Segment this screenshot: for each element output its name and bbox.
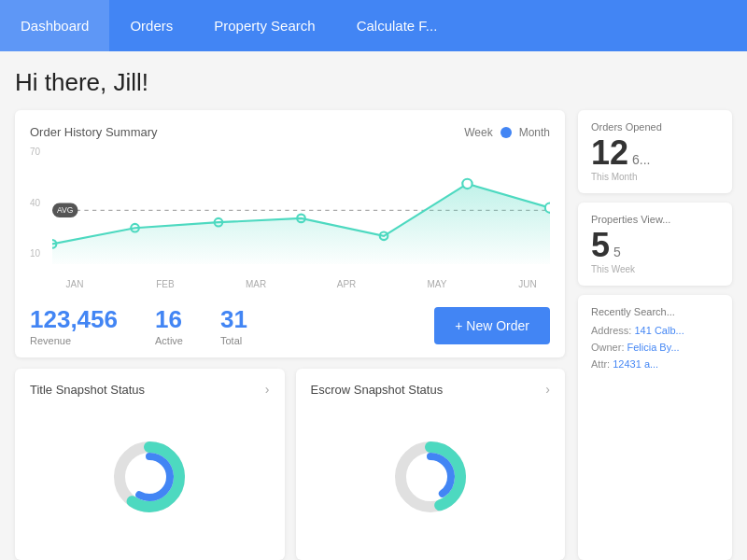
stat-total-label: Total	[220, 335, 242, 346]
y-label-10: 10	[30, 248, 40, 259]
navigation: Dashboard Orders Property Search Calcula…	[0, 0, 747, 51]
recently-searched-title: Recently Search...	[591, 306, 719, 317]
orders-opened-card: Orders Opened 12 6... This Month	[578, 110, 732, 193]
svg-point-16	[410, 456, 451, 497]
line-chart-svg: AVG	[52, 147, 550, 277]
escrow-donut-svg	[388, 435, 472, 519]
escrow-donut-container	[311, 406, 551, 547]
properties-viewed-number: 5	[591, 229, 610, 262]
chart-title: Order History Summary	[30, 125, 158, 139]
title-snapshot-card: Title Snapshot Status ›	[15, 369, 285, 560]
chart-header: Order History Summary Week Month	[30, 125, 550, 139]
new-order-button[interactable]: + New Order	[434, 307, 550, 344]
recent-search-item-3: Attr: 12431 a...	[591, 358, 719, 370]
stat-revenue: 123,456 Revenue	[30, 305, 118, 346]
orders-opened-period: This Month	[591, 172, 719, 182]
properties-viewed-card: Properties View... 5 5 This Week	[578, 203, 732, 286]
greeting-text: Hi there, Jill!	[15, 68, 732, 97]
title-snapshot-chevron[interactable]: ›	[265, 382, 270, 397]
title-snapshot-title: Title Snapshot Status	[30, 383, 145, 397]
y-label-70: 70	[30, 147, 40, 157]
x-apr: APR	[328, 279, 365, 289]
stat-active-label: Active	[155, 335, 183, 346]
recent-search-link-3[interactable]: 12431 a...	[613, 358, 658, 370]
recent-search-label-3: Attr:	[591, 358, 610, 370]
recently-searched-card: Recently Search... Address: 141 Calb... …	[578, 295, 732, 560]
svg-text:AVG: AVG	[57, 205, 74, 215]
right-panel: Orders Opened 12 6... This Month Propert…	[578, 110, 732, 560]
x-jun: JUN	[509, 279, 546, 289]
escrow-snapshot-header: Escrow Snapshot Status ›	[311, 382, 551, 397]
stat-revenue-label: Revenue	[30, 335, 71, 346]
svg-point-10	[545, 203, 550, 213]
chart-toggle[interactable]: Week Month	[464, 126, 550, 139]
recent-search-label-1: Address:	[591, 325, 631, 336]
nav-property-search[interactable]: Property Search	[193, 0, 335, 51]
stat-active-value: 16	[155, 305, 182, 334]
recent-search-item-2: Owner: Felicia By...	[591, 342, 719, 353]
nav-orders[interactable]: Orders	[109, 0, 193, 51]
svg-point-9	[462, 179, 472, 189]
stat-revenue-value: 123,456	[30, 305, 118, 334]
recent-search-label-2: Owner:	[591, 342, 624, 353]
x-mar: MAR	[237, 279, 275, 289]
chart-stats: 123,456 Revenue 16 Active 31 Total + New…	[30, 305, 550, 346]
orders-opened-sub: 6...	[632, 152, 650, 167]
svg-point-13	[129, 456, 170, 497]
left-panel: Order History Summary Week Month 70 40 1…	[15, 110, 565, 560]
recent-search-link-1[interactable]: 141 Calb...	[634, 325, 684, 336]
y-label-40: 40	[30, 198, 40, 208]
snapshot-row: Title Snapshot Status › Escrow Snapshot …	[15, 369, 565, 560]
recent-search-item-1: Address: 141 Calb...	[591, 325, 719, 336]
title-donut-container	[30, 406, 270, 547]
orders-opened-title: Orders Opened	[591, 121, 719, 133]
recent-search-link-2[interactable]: Felicia By...	[627, 342, 680, 353]
x-labels: JAN FEB MAR APR MAY JUN	[52, 277, 550, 289]
escrow-snapshot-title: Escrow Snapshot Status	[311, 383, 444, 397]
content-row: Order History Summary Week Month 70 40 1…	[15, 110, 732, 560]
x-may: MAY	[418, 279, 456, 289]
svg-marker-3	[52, 184, 550, 264]
properties-viewed-sub: 5	[613, 245, 621, 259]
toggle-month-dot	[500, 127, 512, 138]
title-snapshot-header: Title Snapshot Status ›	[30, 382, 270, 397]
stat-total: 31 Total	[220, 305, 247, 346]
chart-area: 70 40 10 AVG	[30, 147, 550, 296]
stat-active: 16 Active	[155, 305, 183, 346]
nav-dashboard[interactable]: Dashboard	[0, 0, 109, 51]
title-donut-svg	[107, 435, 191, 519]
toggle-month-label[interactable]: Month	[519, 126, 550, 139]
properties-viewed-period: This Week	[591, 264, 719, 274]
stat-total-value: 31	[220, 305, 247, 334]
chart-card: Order History Summary Week Month 70 40 1…	[15, 110, 565, 357]
escrow-snapshot-chevron[interactable]: ›	[545, 382, 550, 397]
escrow-snapshot-card: Escrow Snapshot Status ›	[296, 369, 566, 560]
x-feb: FEB	[147, 279, 184, 289]
nav-calculate[interactable]: Calculate F...	[336, 0, 458, 51]
x-jan: JAN	[56, 279, 93, 289]
orders-opened-number: 12	[591, 136, 628, 170]
main-content: Hi there, Jill! Order History Summary We…	[0, 51, 747, 560]
properties-viewed-title: Properties View...	[591, 214, 719, 225]
toggle-week-label[interactable]: Week	[464, 126, 492, 139]
